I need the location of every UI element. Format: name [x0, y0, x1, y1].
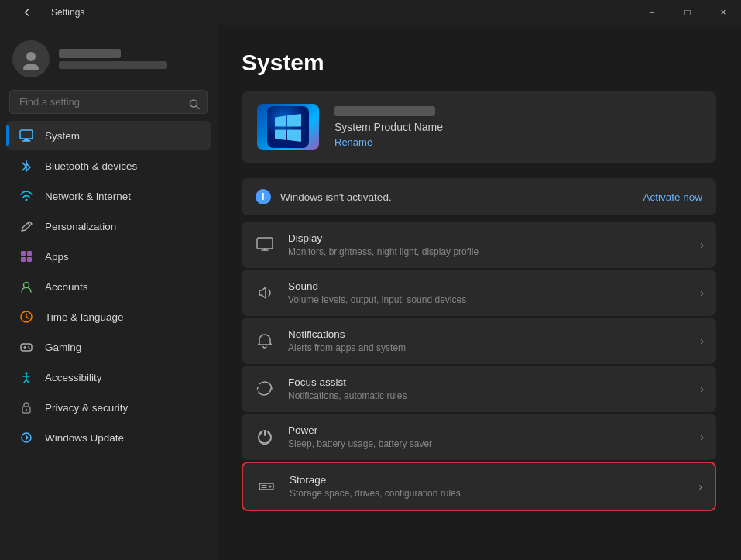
activate-now-link[interactable]: Activate now — [643, 191, 702, 203]
minimize-button[interactable]: − — [634, 0, 670, 25]
power-sublabel: Sleep, battery usage, battery saver — [288, 438, 432, 449]
svg-rect-28 — [257, 238, 273, 249]
storage-chevron: › — [698, 480, 702, 493]
sound-label: Sound — [288, 280, 466, 292]
info-icon: i — [256, 189, 271, 204]
settings-item-display[interactable]: Display Monitors, brightness, night ligh… — [242, 222, 716, 268]
settings-item-left-display: Display Monitors, brightness, night ligh… — [254, 232, 479, 257]
settings-text-focus: Focus assist Notifications, automatic ru… — [288, 376, 407, 401]
windows-update-icon — [19, 430, 34, 445]
windows-logo-icon — [257, 104, 319, 150]
privacy-icon — [19, 400, 34, 415]
settings-item-notifications[interactable]: Notifications Alerts from apps and syste… — [242, 318, 716, 364]
notifications-icon — [254, 330, 276, 352]
settings-item-left-sound: Sound Volume levels, output, input, soun… — [254, 280, 466, 305]
settings-text-notifications: Notifications Alerts from apps and syste… — [288, 328, 406, 353]
sidebar-item-accessibility[interactable]: Accessibility — [6, 362, 211, 392]
settings-item-focus[interactable]: Focus assist Notifications, automatic ru… — [242, 366, 716, 412]
settings-text-display: Display Monitors, brightness, night ligh… — [288, 232, 479, 257]
sidebar-item-privacy[interactable]: Privacy & security — [6, 393, 211, 422]
display-chevron: › — [700, 239, 704, 251]
display-icon — [254, 234, 276, 256]
settings-item-left-focus: Focus assist Notifications, automatic ru… — [254, 376, 407, 401]
sidebar-label-gaming: Gaming — [45, 342, 81, 353]
sidebar-label-time: Time & language — [45, 311, 124, 323]
sound-chevron: › — [700, 287, 704, 299]
apps-icon — [19, 249, 34, 264]
settings-text-storage: Storage Storage space, drives, configura… — [290, 474, 461, 499]
svg-rect-15 — [21, 344, 32, 351]
display-label: Display — [288, 232, 479, 244]
notifications-label: Notifications — [288, 328, 406, 340]
time-icon — [19, 309, 34, 325]
focus-icon — [254, 378, 276, 400]
sidebar-label-network: Network & internet — [45, 191, 131, 202]
sidebar-label-system: System — [45, 130, 80, 142]
system-icon — [19, 128, 34, 143]
sidebar-item-time[interactable]: Time & language — [6, 302, 211, 332]
search-input[interactable] — [9, 90, 208, 114]
pc-product-name: System Product Name — [334, 121, 443, 133]
sidebar-label-accounts: Accounts — [45, 281, 88, 293]
activation-text: Windows isn't activated. — [280, 191, 392, 203]
pc-rename-link[interactable]: Rename — [334, 136, 443, 148]
pc-card: System Product Name Rename — [242, 91, 716, 163]
settings-item-left-notifications: Notifications Alerts from apps and syste… — [254, 328, 406, 353]
sidebar-label-privacy: Privacy & security — [45, 402, 128, 414]
svg-point-0 — [26, 52, 36, 61]
svg-rect-11 — [21, 257, 26, 262]
settings-item-left-power: Power Sleep, battery usage, battery save… — [254, 424, 432, 449]
svg-line-8 — [28, 223, 29, 225]
sidebar-label-windows-update: Windows Update — [45, 432, 124, 444]
sidebar-item-bluetooth[interactable]: Bluetooth & devices — [6, 151, 211, 180]
titlebar: Settings − □ × — [0, 0, 741, 25]
storage-sublabel: Storage space, drives, configuration rul… — [290, 488, 461, 499]
svg-line-24 — [26, 380, 29, 383]
back-button[interactable] — [9, 0, 45, 25]
window-controls: − □ × — [634, 0, 741, 25]
sidebar-label-accessibility: Accessibility — [45, 372, 102, 383]
sidebar-label-apps: Apps — [45, 251, 69, 263]
sidebar-label-personalization: Personalization — [45, 221, 116, 232]
sound-sublabel: Volume levels, output, input, sound devi… — [288, 294, 466, 305]
accessibility-icon — [19, 369, 34, 385]
gaming-icon — [19, 339, 34, 355]
sidebar-label-bluetooth: Bluetooth & devices — [45, 160, 137, 172]
settings-item-power[interactable]: Power Sleep, battery usage, battery save… — [242, 414, 716, 460]
pc-details: System Product Name Rename — [334, 106, 443, 148]
svg-point-7 — [26, 199, 28, 201]
sidebar-item-gaming[interactable]: Gaming — [6, 332, 211, 362]
user-name — [59, 49, 121, 58]
app-body: System Bluetooth & devices — [0, 25, 741, 560]
sound-icon — [254, 282, 276, 304]
svg-point-34 — [269, 486, 272, 488]
user-profile[interactable] — [0, 25, 217, 90]
sidebar-item-accounts[interactable]: Accounts — [6, 272, 211, 301]
maximize-button[interactable]: □ — [670, 0, 705, 25]
search-container — [0, 90, 217, 120]
settings-item-sound[interactable]: Sound Volume levels, output, input, soun… — [242, 270, 716, 316]
sidebar-item-windows-update[interactable]: Windows Update — [6, 423, 211, 452]
settings-text-sound: Sound Volume levels, output, input, soun… — [288, 280, 466, 305]
svg-rect-4 — [20, 130, 33, 139]
close-button[interactable]: × — [705, 0, 741, 25]
app-title: Settings — [51, 7, 84, 18]
network-icon — [19, 188, 34, 204]
svg-rect-9 — [21, 251, 26, 256]
sidebar: System Bluetooth & devices — [0, 25, 217, 560]
sidebar-item-system[interactable]: System — [6, 121, 211, 150]
sidebar-item-network[interactable]: Network & internet — [6, 181, 211, 211]
power-label: Power — [288, 424, 432, 436]
settings-list: Display Monitors, brightness, night ligh… — [242, 222, 716, 511]
titlebar-left: Settings — [9, 0, 84, 25]
sidebar-item-personalization[interactable]: Personalization — [6, 211, 211, 241]
focus-sublabel: Notifications, automatic rules — [288, 390, 407, 401]
search-icon — [189, 98, 200, 112]
settings-text-power: Power Sleep, battery usage, battery save… — [288, 424, 432, 449]
sidebar-item-apps[interactable]: Apps — [6, 242, 211, 271]
user-email — [59, 61, 167, 69]
user-info — [59, 49, 204, 69]
notifications-chevron: › — [700, 335, 704, 347]
settings-item-storage[interactable]: Storage Storage space, drives, configura… — [242, 462, 716, 511]
focus-label: Focus assist — [288, 376, 407, 388]
